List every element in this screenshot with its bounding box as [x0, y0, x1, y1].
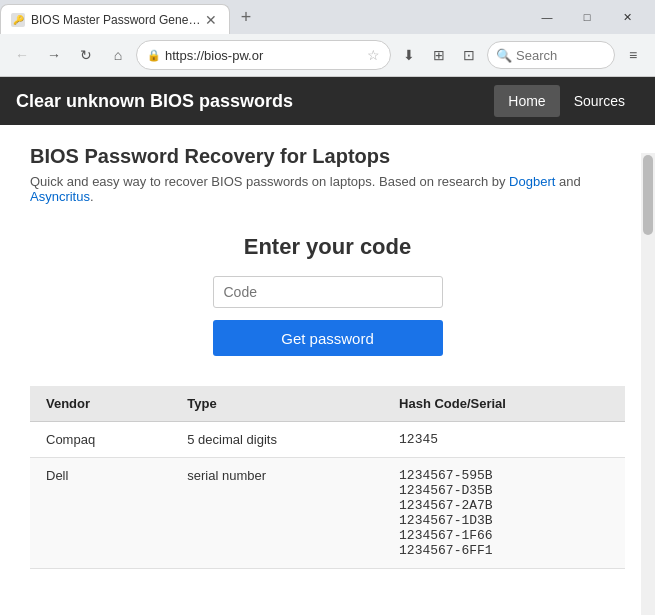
vendor-cell: Dell — [30, 458, 171, 569]
type-cell: 5 decimal digits — [171, 422, 383, 458]
table-header-row: Vendor Type Hash Code/Serial — [30, 386, 625, 422]
table-row: Dell serial number 1234567-595B 1234567-… — [30, 458, 625, 569]
active-tab[interactable]: 🔑 BIOS Master Password Generator fo ✕ — [0, 4, 230, 34]
library-button[interactable]: ⊞ — [425, 41, 453, 69]
minimize-button[interactable]: — — [527, 0, 567, 34]
code-section: Enter your code Get password — [30, 234, 625, 356]
extensions-button[interactable]: ⊡ — [455, 41, 483, 69]
asyncritus-link[interactable]: Asyncritus — [30, 189, 90, 204]
get-password-button[interactable]: Get password — [213, 320, 443, 356]
desc-suffix: . — [90, 189, 94, 204]
forward-button[interactable]: → — [40, 41, 68, 69]
site-wrapper: Clear unknown BIOS passwords Home Source… — [0, 77, 655, 589]
hash-cell: 12345 — [383, 422, 625, 458]
new-tab-button[interactable]: + — [234, 5, 258, 29]
address-bar-input-wrap[interactable]: 🔒 ☆ — [136, 40, 391, 70]
tab-favicon: 🔑 — [11, 13, 25, 27]
col-header-type: Type — [171, 386, 383, 422]
back-button[interactable]: ← — [8, 41, 36, 69]
site-nav: Clear unknown BIOS passwords Home Source… — [0, 77, 655, 125]
search-box-wrap[interactable]: 🔍 — [487, 41, 615, 69]
tab-bar: 🔑 BIOS Master Password Generator fo ✕ + … — [0, 0, 655, 34]
desc-middle: and — [555, 174, 580, 189]
col-header-vendor: Vendor — [30, 386, 171, 422]
bookmark-icon[interactable]: ☆ — [367, 47, 380, 63]
site-content: BIOS Password Recovery for Laptops Quick… — [0, 125, 655, 589]
nav-link-sources[interactable]: Sources — [560, 85, 639, 117]
col-header-hash: Hash Code/Serial — [383, 386, 625, 422]
code-input[interactable] — [213, 276, 443, 308]
tab-close-button[interactable]: ✕ — [203, 12, 219, 28]
desc-prefix: Quick and easy way to recover BIOS passw… — [30, 174, 509, 189]
search-icon: 🔍 — [496, 48, 512, 63]
close-window-button[interactable]: ✕ — [607, 0, 647, 34]
table-row: Compaq 5 decimal digits 12345 — [30, 422, 625, 458]
home-button[interactable]: ⌂ — [104, 41, 132, 69]
search-input[interactable] — [516, 48, 606, 63]
site-nav-title: Clear unknown BIOS passwords — [16, 91, 494, 112]
scrollbar[interactable] — [641, 153, 655, 615]
download-button[interactable]: ⬇ — [395, 41, 423, 69]
type-cell: serial number — [171, 458, 383, 569]
vendor-cell: Compaq — [30, 422, 171, 458]
maximize-button[interactable]: □ — [567, 0, 607, 34]
window-controls: — □ ✕ — [527, 0, 655, 34]
page-description: Quick and easy way to recover BIOS passw… — [30, 174, 625, 204]
tab-title: BIOS Master Password Generator fo — [31, 13, 203, 27]
address-input[interactable] — [165, 48, 363, 63]
page-heading: BIOS Password Recovery for Laptops — [30, 145, 625, 168]
site-nav-links: Home Sources — [494, 85, 639, 117]
hash-cell: 1234567-595B 1234567-D35B 1234567-2A7B 1… — [383, 458, 625, 569]
refresh-button[interactable]: ↻ — [72, 41, 100, 69]
address-bar: ← → ↻ ⌂ 🔒 ☆ ⬇ ⊞ ⊡ 🔍 ≡ — [0, 34, 655, 76]
dogbert-link[interactable]: Dogbert — [509, 174, 555, 189]
browser-chrome: 🔑 BIOS Master Password Generator fo ✕ + … — [0, 0, 655, 77]
scrollbar-thumb[interactable] — [643, 155, 653, 235]
nav-link-home[interactable]: Home — [494, 85, 559, 117]
toolbar-icons: ⬇ ⊞ ⊡ — [395, 41, 483, 69]
code-section-title: Enter your code — [244, 234, 411, 260]
lock-icon: 🔒 — [147, 49, 161, 62]
menu-button[interactable]: ≡ — [619, 41, 647, 69]
vendor-table: Vendor Type Hash Code/Serial Compaq 5 de… — [30, 386, 625, 569]
